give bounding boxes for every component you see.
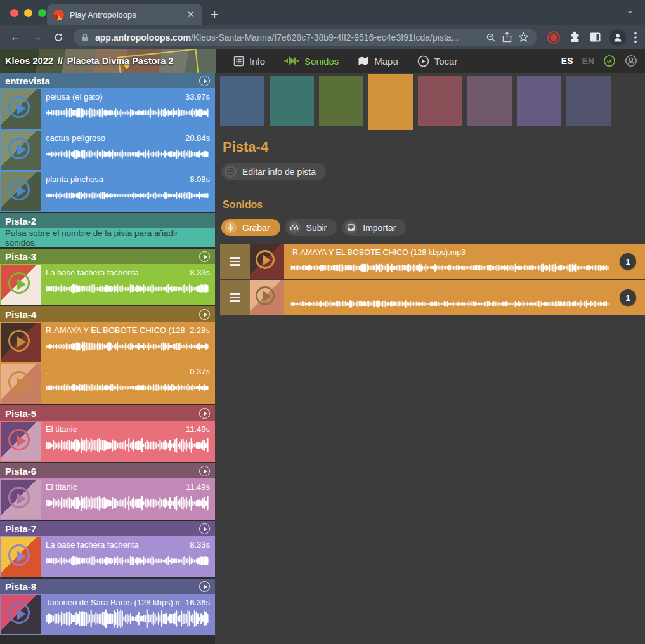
sound-row-body[interactable]: R.AMAYA Y EL BOBOTE CHICO (128 kbps).mp3…	[284, 244, 645, 279]
language-es[interactable]: ES	[561, 56, 573, 66]
drag-handle[interactable]	[220, 280, 250, 315]
track-color-swatch[interactable]	[319, 76, 363, 126]
breadcrumb-project[interactable]: Kleos 2022	[5, 56, 53, 66]
sound-thumbnail[interactable]	[250, 244, 284, 279]
sidebar-sound-item[interactable]: . 0.37s	[0, 363, 215, 404]
sidebar-sound-item[interactable]: El titanic 11.49s	[0, 478, 215, 520]
sidebar-sound-item[interactable]: El titanic 11.49s	[0, 421, 215, 462]
play-overlay-icon[interactable]	[256, 286, 275, 305]
reload-button[interactable]	[49, 29, 67, 46]
play-overlay-icon[interactable]	[8, 487, 30, 508]
track-color-swatch[interactable]	[418, 76, 462, 126]
new-tab-button[interactable]: +	[211, 6, 218, 23]
play-overlay-icon[interactable]	[256, 250, 275, 269]
close-window-button[interactable]	[10, 9, 18, 17]
play-overlay-icon[interactable]	[8, 272, 30, 294]
sound-thumbnail[interactable]	[1, 172, 41, 211]
sound-thumbnail[interactable]	[1, 595, 41, 634]
sound-thumbnail[interactable]	[1, 422, 41, 461]
record-button[interactable]: Grabar	[221, 219, 280, 236]
sidebar-sound-item[interactable]: planta pinchosa 8.08s	[0, 171, 215, 212]
side-panel-icon[interactable]	[589, 31, 601, 43]
import-button[interactable]: Importar	[342, 219, 406, 236]
sidebar-sound-item[interactable]: cactus peligroso 20.84s	[0, 129, 215, 171]
track-color-swatch[interactable]	[270, 76, 314, 126]
sound-thumbnail[interactable]	[1, 480, 41, 519]
bookmark-star-icon[interactable]	[518, 32, 529, 43]
sound-thumbnail[interactable]	[1, 364, 41, 404]
sidebar-track-header[interactable]: Pista-2	[0, 213, 215, 228]
play-overlay-icon[interactable]	[8, 429, 30, 450]
sidebar-track-header[interactable]: Pista-7	[0, 521, 215, 536]
forward-button[interactable]: →	[28, 29, 46, 46]
drag-handle-icon	[230, 291, 240, 304]
sound-row-body[interactable]: . 1	[284, 280, 645, 315]
account-icon[interactable]	[625, 55, 637, 67]
map-icon	[358, 56, 369, 66]
nav-item-info[interactable]: Info	[228, 52, 270, 70]
share-icon[interactable]	[502, 32, 512, 43]
breadcrumb-page[interactable]: Placeta Divina Pastora 2	[67, 56, 174, 66]
drag-handle[interactable]	[220, 244, 250, 279]
play-overlay-icon[interactable]	[8, 330, 30, 352]
nav-item-tocar[interactable]: Tocar	[412, 51, 463, 71]
track-play-button[interactable]	[199, 251, 210, 262]
track-play-button[interactable]	[199, 309, 210, 320]
browser-menu-kebab-icon[interactable]	[634, 32, 637, 43]
sidebar-track-header[interactable]: Pista-6	[0, 463, 215, 478]
edit-track-info-button[interactable]: Editar info de pista	[221, 163, 326, 180]
sound-thumbnail[interactable]	[1, 265, 41, 305]
waveform	[46, 186, 210, 205]
record-indicator-icon[interactable]	[547, 30, 561, 44]
track-play-button[interactable]	[199, 581, 210, 592]
track-color-swatch[interactable]	[220, 76, 264, 126]
project-banner[interactable]: Kleos 2022 // Placeta Divina Pastora 2	[0, 49, 216, 73]
zoom-window-button[interactable]	[38, 9, 46, 17]
profile-avatar[interactable]	[609, 29, 626, 46]
minimize-window-button[interactable]	[24, 9, 32, 17]
nav-item-mapa[interactable]: Mapa	[353, 52, 403, 70]
track-play-button[interactable]	[199, 408, 210, 419]
sidebar-sound-item[interactable]: Taconeo de Sara Baras (128 kbps).mp3 16.…	[0, 594, 215, 635]
sidebar-track-header[interactable]: Pista-8	[0, 579, 215, 594]
extensions-puzzle-icon[interactable]	[569, 31, 581, 43]
track-play-button[interactable]	[199, 466, 210, 476]
sidebar-track-header[interactable]: Pista-3	[0, 249, 215, 264]
sidebar-sound-item[interactable]: R.AMAYA Y EL BOBOTE CHICO (128 kbps)....…	[0, 322, 215, 363]
import-tray-icon	[345, 221, 357, 233]
track-color-swatch[interactable]	[566, 76, 611, 126]
play-overlay-icon[interactable]	[8, 179, 30, 200]
sidebar-track-header[interactable]: Pista-5	[0, 405, 215, 421]
track-play-button[interactable]	[199, 76, 210, 86]
sidebar-sound-item[interactable]: pelusa (el gato) 33.97s	[0, 88, 215, 129]
sidebar-sound-item[interactable]: La base fachera facherita 8.33s	[0, 264, 215, 305]
play-overlay-icon[interactable]	[8, 96, 30, 118]
language-en[interactable]: EN	[582, 56, 594, 66]
sound-thumbnail[interactable]	[1, 323, 41, 362]
url-path: /Kleos-Santa-Marina/f7e628c7-38b9-4ff2-9…	[191, 32, 459, 43]
tab-search-chevron-icon[interactable]: ⌄	[626, 5, 634, 15]
sidebar-sound-item[interactable]: La base fachera facherita 8.33s	[0, 536, 215, 577]
sound-thumbnail[interactable]	[1, 89, 41, 129]
play-overlay-icon[interactable]	[8, 371, 30, 393]
sound-thumbnail[interactable]	[250, 280, 284, 315]
sound-thumbnail[interactable]	[1, 537, 41, 577]
sidebar-track-name: Pista-5	[5, 408, 199, 419]
track-play-button[interactable]	[199, 523, 210, 534]
upload-button[interactable]: Subir	[285, 219, 337, 236]
sidebar-track-header[interactable]: entrevista	[0, 73, 215, 88]
back-button[interactable]: ←	[6, 29, 24, 46]
tab-close-icon[interactable]: ✕	[185, 9, 196, 20]
play-overlay-icon[interactable]	[8, 138, 30, 159]
play-overlay-icon[interactable]	[8, 602, 30, 624]
track-color-swatch[interactable]	[467, 76, 512, 126]
track-color-swatch[interactable]	[368, 74, 413, 130]
track-color-swatch[interactable]	[517, 76, 561, 126]
url-bar[interactable]: app.antropoloops.com/Kleos-Santa-Marina/…	[74, 29, 537, 46]
nav-item-sonidos[interactable]: Sonidos	[279, 52, 344, 70]
zoom-out-icon[interactable]	[486, 32, 496, 43]
browser-tab[interactable]: Play Antropoloops ✕	[47, 4, 202, 25]
sidebar-track-header[interactable]: Pista-4	[0, 306, 215, 322]
play-overlay-icon[interactable]	[8, 544, 30, 566]
sound-thumbnail[interactable]	[1, 131, 41, 170]
